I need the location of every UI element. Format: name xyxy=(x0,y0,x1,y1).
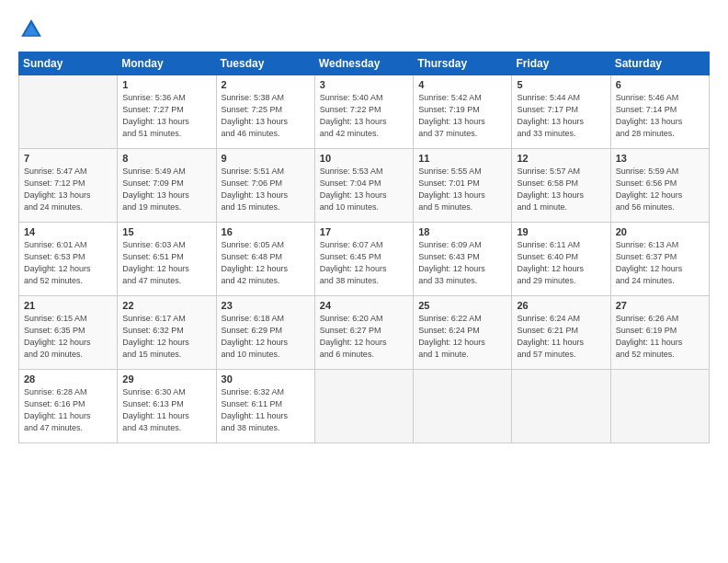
day-number: 5 xyxy=(517,79,605,90)
day-info: Sunrise: 5:49 AM Sunset: 7:09 PM Dayligh… xyxy=(122,166,210,213)
calendar-cell: 7Sunrise: 5:47 AM Sunset: 7:12 PM Daylig… xyxy=(19,149,118,223)
day-number: 14 xyxy=(24,226,112,237)
calendar-cell: 29Sunrise: 6:30 AM Sunset: 6:13 PM Dayli… xyxy=(118,370,216,443)
day-number: 28 xyxy=(24,373,112,385)
day-info: Sunrise: 6:22 AM Sunset: 6:24 PM Dayligh… xyxy=(418,313,506,361)
day-info: Sunrise: 6:01 AM Sunset: 6:53 PM Dayligh… xyxy=(24,239,112,287)
day-info: Sunrise: 6:32 AM Sunset: 6:11 PM Dayligh… xyxy=(222,386,310,434)
day-info: Sunrise: 6:18 AM Sunset: 6:29 PM Dayligh… xyxy=(222,313,310,361)
day-info: Sunrise: 5:40 AM Sunset: 7:22 PM Dayligh… xyxy=(320,92,408,140)
calendar-cell: 18Sunrise: 6:09 AM Sunset: 6:43 PM Dayli… xyxy=(414,223,512,296)
calendar-cell: 16Sunrise: 6:05 AM Sunset: 6:48 PM Dayli… xyxy=(216,223,314,296)
day-info: Sunrise: 5:47 AM Sunset: 7:12 PM Dayligh… xyxy=(24,166,112,213)
calendar-cell: 8Sunrise: 5:49 AM Sunset: 7:09 PM Daylig… xyxy=(118,149,216,223)
calendar-cell: 19Sunrise: 6:11 AM Sunset: 6:40 PM Dayli… xyxy=(512,223,610,296)
day-number: 29 xyxy=(122,373,210,385)
day-info: Sunrise: 6:15 AM Sunset: 6:35 PM Dayligh… xyxy=(24,313,112,361)
calendar-cell xyxy=(19,75,118,149)
calendar-cell xyxy=(314,370,413,443)
calendar-cell: 12Sunrise: 5:57 AM Sunset: 6:58 PM Dayli… xyxy=(512,149,610,223)
day-number: 25 xyxy=(418,300,506,311)
calendar-header-row: SundayMondayTuesdayWednesdayThursdayFrid… xyxy=(19,52,710,75)
calendar-week-row: 7Sunrise: 5:47 AM Sunset: 7:12 PM Daylig… xyxy=(19,149,710,223)
logo xyxy=(18,17,48,42)
day-header-saturday: Saturday xyxy=(610,52,709,75)
logo-icon xyxy=(18,17,44,42)
calendar-cell: 4Sunrise: 5:42 AM Sunset: 7:19 PM Daylig… xyxy=(414,75,512,149)
calendar-cell: 13Sunrise: 5:59 AM Sunset: 6:56 PM Dayli… xyxy=(610,149,709,223)
calendar-cell: 22Sunrise: 6:17 AM Sunset: 6:32 PM Dayli… xyxy=(118,296,216,370)
day-number: 15 xyxy=(122,226,210,237)
calendar-cell: 3Sunrise: 5:40 AM Sunset: 7:22 PM Daylig… xyxy=(314,75,413,149)
day-number: 16 xyxy=(222,226,310,237)
calendar-cell: 10Sunrise: 5:53 AM Sunset: 7:04 PM Dayli… xyxy=(314,149,413,223)
calendar-cell: 2Sunrise: 5:38 AM Sunset: 7:25 PM Daylig… xyxy=(216,75,314,149)
calendar-cell: 23Sunrise: 6:18 AM Sunset: 6:29 PM Dayli… xyxy=(216,296,314,370)
day-number: 9 xyxy=(222,153,310,164)
day-header-tuesday: Tuesday xyxy=(216,52,314,75)
calendar-cell: 28Sunrise: 6:28 AM Sunset: 6:16 PM Dayli… xyxy=(19,370,118,443)
calendar-table: SundayMondayTuesdayWednesdayThursdayFrid… xyxy=(18,52,710,443)
calendar-cell: 21Sunrise: 6:15 AM Sunset: 6:35 PM Dayli… xyxy=(19,296,118,370)
day-info: Sunrise: 6:28 AM Sunset: 6:16 PM Dayligh… xyxy=(24,386,112,434)
day-info: Sunrise: 5:44 AM Sunset: 7:17 PM Dayligh… xyxy=(517,92,605,140)
calendar-cell: 5Sunrise: 5:44 AM Sunset: 7:17 PM Daylig… xyxy=(512,75,610,149)
day-info: Sunrise: 5:42 AM Sunset: 7:19 PM Dayligh… xyxy=(418,92,506,140)
calendar-cell: 15Sunrise: 6:03 AM Sunset: 6:51 PM Dayli… xyxy=(118,223,216,296)
day-number: 13 xyxy=(616,153,704,164)
calendar-cell xyxy=(512,370,610,443)
day-info: Sunrise: 5:51 AM Sunset: 7:06 PM Dayligh… xyxy=(222,166,310,213)
calendar-week-row: 1Sunrise: 5:36 AM Sunset: 7:27 PM Daylig… xyxy=(19,75,710,149)
day-info: Sunrise: 6:11 AM Sunset: 6:40 PM Dayligh… xyxy=(517,239,605,287)
day-number: 2 xyxy=(222,79,310,90)
day-number: 1 xyxy=(122,79,210,90)
calendar-cell xyxy=(414,370,512,443)
calendar-cell: 30Sunrise: 6:32 AM Sunset: 6:11 PM Dayli… xyxy=(216,370,314,443)
day-number: 30 xyxy=(222,373,310,385)
calendar-cell: 26Sunrise: 6:24 AM Sunset: 6:21 PM Dayli… xyxy=(512,296,610,370)
day-number: 7 xyxy=(24,153,112,164)
calendar-cell: 27Sunrise: 6:26 AM Sunset: 6:19 PM Dayli… xyxy=(610,296,709,370)
day-info: Sunrise: 5:57 AM Sunset: 6:58 PM Dayligh… xyxy=(517,166,605,213)
calendar-cell: 6Sunrise: 5:46 AM Sunset: 7:14 PM Daylig… xyxy=(610,75,709,149)
day-info: Sunrise: 5:36 AM Sunset: 7:27 PM Dayligh… xyxy=(122,92,210,140)
day-info: Sunrise: 6:09 AM Sunset: 6:43 PM Dayligh… xyxy=(418,239,506,287)
calendar-cell: 1Sunrise: 5:36 AM Sunset: 7:27 PM Daylig… xyxy=(118,75,216,149)
calendar-week-row: 14Sunrise: 6:01 AM Sunset: 6:53 PM Dayli… xyxy=(19,223,710,296)
day-number: 24 xyxy=(320,300,408,311)
day-number: 27 xyxy=(616,300,704,311)
calendar-cell: 11Sunrise: 5:55 AM Sunset: 7:01 PM Dayli… xyxy=(414,149,512,223)
calendar-cell: 17Sunrise: 6:07 AM Sunset: 6:45 PM Dayli… xyxy=(314,223,413,296)
calendar-cell: 20Sunrise: 6:13 AM Sunset: 6:37 PM Dayli… xyxy=(610,223,709,296)
day-number: 8 xyxy=(122,153,210,164)
day-info: Sunrise: 6:07 AM Sunset: 6:45 PM Dayligh… xyxy=(320,239,408,287)
day-info: Sunrise: 6:17 AM Sunset: 6:32 PM Dayligh… xyxy=(122,313,210,361)
day-number: 18 xyxy=(418,226,506,237)
day-number: 19 xyxy=(517,226,605,237)
calendar-cell xyxy=(610,370,709,443)
calendar-week-row: 21Sunrise: 6:15 AM Sunset: 6:35 PM Dayli… xyxy=(19,296,710,370)
day-number: 4 xyxy=(418,79,506,90)
day-info: Sunrise: 6:03 AM Sunset: 6:51 PM Dayligh… xyxy=(122,239,210,287)
calendar-cell: 25Sunrise: 6:22 AM Sunset: 6:24 PM Dayli… xyxy=(414,296,512,370)
day-info: Sunrise: 6:13 AM Sunset: 6:37 PM Dayligh… xyxy=(616,239,704,287)
day-info: Sunrise: 5:59 AM Sunset: 6:56 PM Dayligh… xyxy=(616,166,704,213)
day-info: Sunrise: 5:46 AM Sunset: 7:14 PM Dayligh… xyxy=(616,92,704,140)
day-number: 26 xyxy=(517,300,605,311)
day-number: 6 xyxy=(616,79,704,90)
calendar-week-row: 28Sunrise: 6:28 AM Sunset: 6:16 PM Dayli… xyxy=(19,370,710,443)
day-info: Sunrise: 6:20 AM Sunset: 6:27 PM Dayligh… xyxy=(320,313,408,361)
day-header-thursday: Thursday xyxy=(414,52,512,75)
day-number: 3 xyxy=(320,79,408,90)
day-number: 12 xyxy=(517,153,605,164)
day-number: 22 xyxy=(122,300,210,311)
calendar-cell: 14Sunrise: 6:01 AM Sunset: 6:53 PM Dayli… xyxy=(19,223,118,296)
day-number: 17 xyxy=(320,226,408,237)
day-number: 20 xyxy=(616,226,704,237)
calendar-cell: 9Sunrise: 5:51 AM Sunset: 7:06 PM Daylig… xyxy=(216,149,314,223)
day-info: Sunrise: 5:53 AM Sunset: 7:04 PM Dayligh… xyxy=(320,166,408,213)
day-header-monday: Monday xyxy=(118,52,216,75)
day-number: 21 xyxy=(24,300,112,311)
day-number: 10 xyxy=(320,153,408,164)
day-info: Sunrise: 5:55 AM Sunset: 7:01 PM Dayligh… xyxy=(418,166,506,213)
